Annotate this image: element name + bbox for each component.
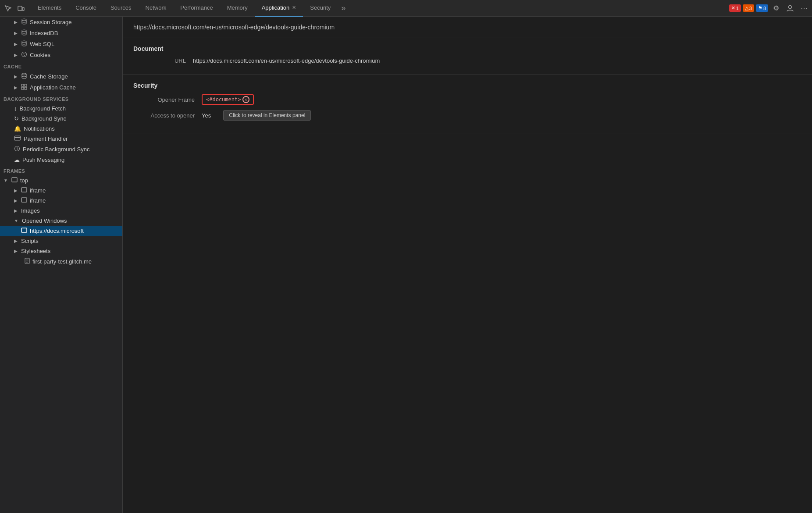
access-to-opener-row: Access to opener Yes Click to reveal in …	[133, 110, 801, 121]
chevron-right-icon: ▶	[14, 208, 18, 213]
sidebar-item-label: Background Fetch	[20, 105, 66, 112]
security-section-title: Security	[133, 82, 801, 89]
sidebar-section-background-services: Background Services	[0, 93, 122, 103]
sidebar: ▶ Session Storage ▶ IndexedDB	[0, 17, 123, 513]
url-label: URL	[133, 57, 186, 64]
sidebar-item-scripts[interactable]: ▶ Scripts	[0, 236, 122, 246]
sidebar-item-label: Stylesheets	[21, 248, 50, 254]
chevron-right-icon: ▶	[14, 249, 18, 253]
db-icon	[21, 29, 27, 37]
frame-icon	[21, 228, 27, 234]
reveal-in-elements-button[interactable]: Click to reveal in Elements panel	[223, 110, 311, 121]
chevron-right-icon: ▶	[14, 85, 18, 90]
sidebar-item-label: Application Cache	[30, 84, 76, 91]
tab-memory[interactable]: Memory	[220, 0, 255, 17]
document-section-title: Document	[133, 45, 801, 52]
sidebar-item-top[interactable]: ▼ top	[0, 175, 122, 185]
db-icon	[21, 18, 27, 26]
svg-rect-19	[21, 188, 27, 192]
sidebar-item-label: Periodic Background Sync	[23, 146, 89, 153]
svg-point-9	[25, 53, 25, 54]
sidebar-item-label: Notifications	[24, 125, 55, 132]
sidebar-item-label: Cache Storage	[30, 73, 68, 80]
content-url-bar: https://docs.microsoft.com/en-us/microso…	[123, 17, 812, 38]
bell-icon: 🔔	[14, 125, 21, 132]
sidebar-item-periodic-background-sync[interactable]: Periodic Background Sync	[0, 144, 122, 155]
document-icon	[25, 258, 30, 265]
properties-icon: ⊙	[242, 96, 249, 103]
sidebar-item-notifications[interactable]: 🔔 Notifications	[0, 124, 122, 134]
page-url: https://docs.microsoft.com/en-us/microso…	[133, 24, 335, 31]
tab-network[interactable]: Network	[139, 0, 174, 17]
svg-rect-16	[14, 137, 21, 138]
sidebar-item-background-fetch[interactable]: ↕ Background Fetch	[0, 103, 122, 114]
sidebar-item-opened-windows[interactable]: ▼ Opened Windows	[0, 216, 122, 226]
svg-rect-14	[25, 87, 27, 89]
nav-controls	[2, 2, 27, 14]
opener-frame-label: Opener Frame	[133, 96, 195, 103]
tab-console[interactable]: Console	[68, 0, 103, 17]
document-section: Document URL https://docs.microsoft.com/…	[123, 38, 812, 75]
arrow-updown-icon: ↕	[14, 105, 17, 112]
sidebar-item-label: Background Sync	[21, 115, 66, 122]
sidebar-item-images[interactable]: ▶ Images	[0, 206, 122, 216]
more-options-icon[interactable]: ⋯	[798, 2, 810, 14]
sidebar-item-label: iframe	[30, 197, 46, 204]
sidebar-item-iframe-2[interactable]: ▶ iframe	[0, 196, 122, 206]
error-badge[interactable]: ✕ 1	[729, 4, 741, 12]
svg-point-3	[22, 19, 26, 21]
svg-rect-1	[22, 7, 24, 11]
opener-frame-badge[interactable]: <#document> ⊙	[202, 94, 254, 105]
sidebar-item-payment-handler[interactable]: Payment Handler	[0, 134, 122, 144]
warning-badge[interactable]: △ 3	[743, 4, 754, 12]
tab-close-application[interactable]: ✕	[292, 5, 296, 11]
tab-bar-right: ✕ 1 △ 3 ⚑ 8 ⚙ ⋯	[729, 2, 810, 14]
sidebar-section-cache: Cache	[0, 61, 122, 71]
inspect-icon[interactable]	[2, 2, 14, 14]
more-tabs-button[interactable]: »	[338, 0, 349, 17]
tab-security[interactable]: Security	[303, 0, 338, 17]
user-icon[interactable]	[784, 2, 796, 14]
settings-icon[interactable]: ⚙	[770, 2, 782, 14]
sidebar-item-docs-microsoft[interactable]: https://docs.microsoft	[0, 226, 122, 236]
device-toggle-icon[interactable]	[15, 2, 27, 14]
chevron-right-icon: ▶	[14, 239, 18, 243]
tab-sources[interactable]: Sources	[103, 0, 139, 17]
sidebar-item-iframe-1[interactable]: ▶ iframe	[0, 185, 122, 196]
sidebar-item-label: iframe	[30, 187, 46, 194]
sidebar-item-label: Scripts	[21, 238, 39, 244]
sidebar-item-stylesheets[interactable]: ▶ Stylesheets	[0, 246, 122, 256]
sidebar-item-cookies[interactable]: ▶ Cookies	[0, 50, 122, 61]
sidebar-item-label: https://docs.microsoft	[30, 228, 84, 234]
sidebar-item-cache-storage[interactable]: ▶ Cache Storage	[0, 71, 122, 82]
tab-elements[interactable]: Elements	[31, 0, 68, 17]
sidebar-item-push-messaging[interactable]: ☁ Push Messaging	[0, 155, 122, 165]
tab-application[interactable]: Application ✕	[255, 0, 303, 17]
sidebar-item-first-party-test[interactable]: first-party-test.glitch.me	[0, 256, 122, 267]
sidebar-item-label: top	[20, 177, 28, 184]
sidebar-item-label: Payment Handler	[24, 135, 68, 142]
svg-point-7	[23, 53, 24, 54]
frame-icon	[11, 177, 18, 184]
sync-icon: ↻	[14, 115, 19, 122]
sidebar-item-background-sync[interactable]: ↻ Background Sync	[0, 114, 122, 124]
sidebar-item-session-storage[interactable]: ▶ Session Storage	[0, 17, 122, 28]
sidebar-item-label: IndexedDB	[30, 30, 58, 36]
svg-rect-0	[18, 6, 22, 11]
sidebar-item-indexeddb[interactable]: ▶ IndexedDB	[0, 28, 122, 39]
tab-performance[interactable]: Performance	[173, 0, 220, 17]
url-value: https://docs.microsoft.com/en-us/microso…	[193, 57, 380, 64]
info-badge[interactable]: ⚑ 8	[756, 4, 768, 12]
sidebar-item-label: first-party-test.glitch.me	[32, 258, 92, 265]
cookie-icon	[21, 51, 27, 59]
document-url-row: URL https://docs.microsoft.com/en-us/mic…	[133, 57, 801, 64]
access-to-opener-label: Access to opener	[133, 112, 195, 119]
sidebar-item-application-cache[interactable]: ▶ Application Cache	[0, 82, 122, 93]
frame-icon	[21, 197, 27, 204]
chevron-right-icon: ▶	[14, 31, 18, 36]
sidebar-item-web-sql[interactable]: ▶ Web SQL	[0, 39, 122, 50]
card-icon	[14, 135, 21, 142]
access-to-opener-value: Yes	[202, 112, 211, 119]
sidebar-item-label: Push Messaging	[22, 157, 64, 163]
opener-frame-value: <#document>	[206, 96, 241, 103]
